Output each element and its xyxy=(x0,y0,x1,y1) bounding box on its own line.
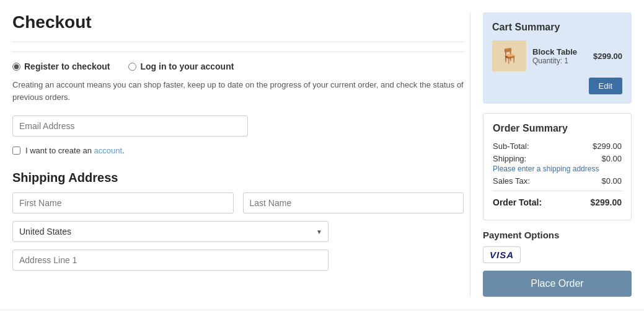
order-summary-title: Order Summary xyxy=(493,123,622,134)
country-select[interactable]: United States Canada United Kingdom Aust… xyxy=(12,221,329,242)
create-account-label: I want to create an account. xyxy=(25,146,125,155)
create-account-row: I want to create an account. xyxy=(12,146,464,155)
page-title: Checkout xyxy=(12,12,464,42)
payment-options: Payment Options VISA xyxy=(483,230,632,263)
edit-button[interactable]: Edit xyxy=(589,78,622,94)
order-summary-card: Order Summary Sub-Total: $299.00 Shippin… xyxy=(483,113,632,220)
total-label: Order Total: xyxy=(493,197,542,207)
cart-item-name: Block Table xyxy=(532,47,587,56)
cart-item-qty: Quantity: 1 xyxy=(532,56,587,65)
tax-label: Sales Tax: xyxy=(493,176,530,186)
payment-title: Payment Options xyxy=(483,230,632,240)
login-label: Log in to your account xyxy=(140,61,234,71)
create-account-checkbox[interactable] xyxy=(12,146,20,155)
table-icon: 🪑 xyxy=(500,47,519,65)
account-link[interactable]: account xyxy=(94,146,123,155)
tax-row: Sales Tax: $0.00 xyxy=(493,176,622,186)
place-order-button[interactable]: Place Order xyxy=(483,271,632,297)
cart-item-info: Block Table Quantity: 1 xyxy=(532,47,587,65)
country-select-wrapper: United States Canada United Kingdom Aust… xyxy=(12,221,329,242)
shipping-row: Shipping: $0.00 xyxy=(493,154,622,163)
subtotal-row: Sub-Total: $299.00 xyxy=(493,142,622,151)
subtotal-label: Sub-Total: xyxy=(493,142,529,151)
checkout-options: Register to checkout Log in to your acco… xyxy=(12,61,464,71)
login-option[interactable]: Log in to your account xyxy=(128,61,234,71)
cart-summary-card: Cart Summary 🪑 Block Table Quantity: 1 $… xyxy=(483,12,632,104)
visa-badge: VISA xyxy=(483,246,521,263)
email-input[interactable] xyxy=(12,115,248,137)
register-radio[interactable] xyxy=(12,63,20,71)
shipping-value: $0.00 xyxy=(601,154,622,163)
edit-btn-row: Edit xyxy=(492,78,622,94)
shipping-note: Please enter a shipping address xyxy=(493,165,622,173)
name-row xyxy=(12,192,464,214)
register-option[interactable]: Register to checkout xyxy=(12,61,110,71)
tax-value: $0.00 xyxy=(601,176,622,186)
subtotal-value: $299.00 xyxy=(593,142,622,151)
sidebar: Cart Summary 🪑 Block Table Quantity: 1 $… xyxy=(483,12,632,297)
total-value: $299.00 xyxy=(590,197,622,207)
register-label: Register to checkout xyxy=(24,61,110,71)
first-name-input[interactable] xyxy=(12,192,234,214)
cart-summary-title: Cart Summary xyxy=(492,22,622,33)
total-row: Order Total: $299.00 xyxy=(493,191,622,207)
address-line1-input[interactable] xyxy=(12,250,329,271)
cart-item-price: $299.00 xyxy=(593,52,622,61)
cart-item: 🪑 Block Table Quantity: 1 $299.00 xyxy=(492,40,622,71)
login-radio[interactable] xyxy=(128,63,136,71)
account-info-text: Creating an account means you can shop f… xyxy=(12,79,464,103)
shipping-label: Shipping: xyxy=(493,154,526,163)
cart-item-image: 🪑 xyxy=(492,40,526,71)
last-name-input[interactable] xyxy=(243,192,464,214)
shipping-address-title: Shipping Address xyxy=(12,171,464,185)
